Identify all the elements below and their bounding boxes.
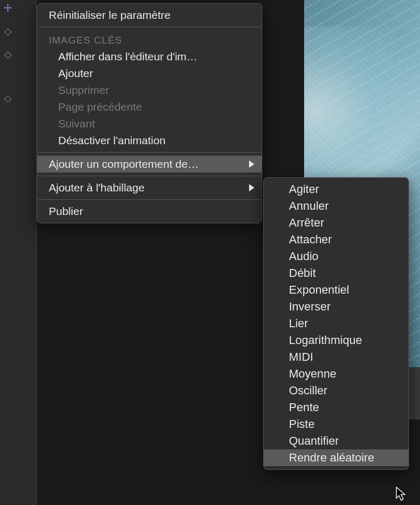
keyframe-marker[interactable] <box>4 95 12 103</box>
submenu-item-negate[interactable]: Annuler <box>264 198 408 214</box>
menu-label: Ajouter un comportement de… <box>49 158 199 170</box>
menu-disable-animation[interactable]: Désactiver l'animation <box>37 132 262 149</box>
context-menu: Réinitialiser le paramètre IMAGES CLÉS A… <box>37 3 262 223</box>
submenu-item-stop[interactable]: Arrêter <box>264 214 408 231</box>
menu-section-keyframes: IMAGES CLÉS <box>37 30 262 48</box>
menu-delete-keyframe: Supprimer <box>37 82 262 99</box>
submenu-item-rate[interactable]: Débit <box>264 265 408 282</box>
submenu-item-link[interactable]: Lier <box>264 315 408 332</box>
move-icon[interactable] <box>3 3 13 15</box>
submenu-item-oscillate[interactable]: Osciller <box>264 382 408 399</box>
svg-rect-1 <box>5 7 10 8</box>
menu-next-keyframe: Suivant <box>37 115 262 132</box>
menu-label: Ajouter à l'habillage <box>49 181 145 194</box>
submenu-item-track[interactable]: Piste <box>264 416 408 433</box>
menu-add-parameter-behavior[interactable]: Ajouter un comportement de… <box>37 156 262 173</box>
submenu-item-wriggle[interactable]: Agiter <box>264 181 408 198</box>
submenu-item-audio[interactable]: Audio <box>264 248 408 265</box>
menu-publish[interactable]: Publier <box>37 203 262 220</box>
menu-separator <box>38 152 261 153</box>
menu-add-keyframe[interactable]: Ajouter <box>37 65 262 82</box>
keyframe-marker[interactable] <box>4 28 12 36</box>
behavior-submenu: Agiter Annuler Arrêter Attacher Audio Dé… <box>263 177 409 470</box>
submenu-arrow-icon <box>249 184 254 191</box>
submenu-item-average[interactable]: Moyenne <box>264 366 408 382</box>
cursor-icon <box>396 487 406 503</box>
menu-prev-keyframe: Page précédente <box>37 99 262 115</box>
submenu-item-exponential[interactable]: Exponentiel <box>264 282 408 298</box>
parameter-gutter <box>0 0 37 505</box>
submenu-item-logarithmic[interactable]: Logarithmique <box>264 332 408 349</box>
menu-separator <box>38 176 261 176</box>
menu-reset-parameter[interactable]: Réinitialiser le paramètre <box>37 7 262 24</box>
submenu-item-midi[interactable]: MIDI <box>264 349 408 366</box>
submenu-item-quantize[interactable]: Quantifier <box>264 433 408 449</box>
keyframe-marker[interactable] <box>4 51 12 59</box>
menu-separator <box>38 199 261 200</box>
menu-add-to-rig[interactable]: Ajouter à l'habillage <box>37 179 262 196</box>
submenu-item-ramp[interactable]: Pente <box>264 399 408 416</box>
submenu-item-randomize[interactable]: Rendre aléatoire <box>264 449 408 466</box>
submenu-item-reverse[interactable]: Inverser <box>264 298 408 315</box>
menu-separator <box>38 27 261 27</box>
submenu-arrow-icon <box>249 160 254 168</box>
menu-show-in-editor[interactable]: Afficher dans l'éditeur d'im… <box>37 48 262 65</box>
submenu-item-clamp[interactable]: Attacher <box>264 231 408 248</box>
